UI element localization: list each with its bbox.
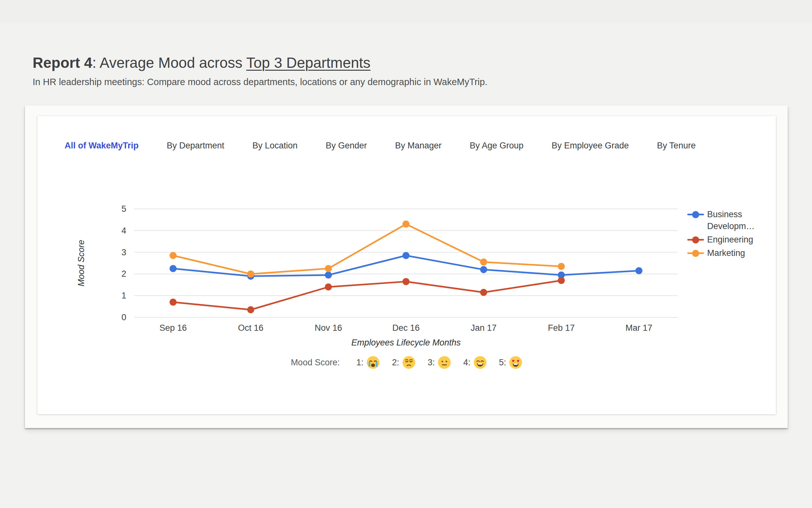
data-point[interactable] bbox=[635, 267, 642, 274]
mood-trend-line-chart[interactable]: 012345Sep 16Oct 16Nov 16Dec 16Jan 17Feb … bbox=[37, 116, 776, 414]
title-highlight: Top 3 Departments bbox=[246, 54, 371, 71]
legend-swatch-orange bbox=[687, 252, 704, 254]
x-tick-label: Oct 16 bbox=[238, 323, 264, 333]
report-number: Report 4 bbox=[33, 54, 92, 71]
data-point[interactable] bbox=[558, 277, 565, 284]
emoji-sobbing-icon bbox=[366, 356, 380, 369]
mood-key-item-3: 3: bbox=[428, 356, 451, 369]
page-subtitle: In HR leadership meetings: Compare mood … bbox=[33, 77, 487, 87]
series-line bbox=[173, 281, 561, 310]
legend-label: Engineering bbox=[707, 234, 753, 246]
legend-item-business-development[interactable]: Business Developm… bbox=[687, 209, 776, 232]
data-point[interactable] bbox=[170, 299, 177, 306]
y-tick-label: 3 bbox=[122, 248, 126, 257]
report-page: Report 4: Average Mood across Top 3 Depa… bbox=[0, 0, 812, 508]
data-point[interactable] bbox=[480, 258, 487, 265]
legend-item-marketing[interactable]: Marketing bbox=[687, 247, 776, 259]
emoji-neutral-icon bbox=[438, 356, 451, 369]
mood-key-item-5: 5: bbox=[499, 356, 523, 369]
data-point[interactable] bbox=[170, 265, 177, 272]
mood-key-label: Mood Score: bbox=[291, 357, 340, 368]
top-band bbox=[0, 0, 812, 24]
data-point[interactable] bbox=[558, 263, 565, 270]
chart-legend: Business Developm… Engineering Marketing bbox=[687, 209, 776, 259]
data-point[interactable] bbox=[325, 265, 332, 272]
legend-swatch-red bbox=[687, 239, 704, 241]
data-point[interactable] bbox=[402, 220, 410, 227]
data-point[interactable] bbox=[480, 266, 487, 273]
y-tick-label: 2 bbox=[122, 269, 126, 279]
report-header: Report 4: Average Mood across Top 3 Depa… bbox=[33, 54, 487, 87]
emoji-pensive-icon bbox=[402, 356, 416, 369]
x-axis-title: Employees Lifecycle Months bbox=[351, 338, 461, 347]
y-tick-label: 0 bbox=[122, 312, 126, 322]
data-point[interactable] bbox=[325, 284, 332, 291]
legend-item-engineering[interactable]: Engineering bbox=[687, 234, 776, 246]
x-tick-label: Mar 17 bbox=[626, 323, 653, 333]
page-title: Report 4: Average Mood across Top 3 Depa… bbox=[33, 54, 487, 72]
emoji-heart-eyes-icon bbox=[509, 356, 522, 369]
x-tick-label: Jan 17 bbox=[471, 323, 496, 333]
x-tick-label: Sep 16 bbox=[159, 323, 187, 333]
y-tick-label: 4 bbox=[122, 226, 126, 236]
data-point[interactable] bbox=[247, 270, 254, 278]
data-point[interactable] bbox=[247, 306, 254, 313]
y-tick-label: 5 bbox=[122, 204, 126, 214]
y-tick-label: 1 bbox=[122, 291, 126, 300]
x-tick-label: Nov 16 bbox=[315, 323, 342, 333]
title-text: : Average Mood across bbox=[92, 54, 246, 71]
series-line bbox=[173, 224, 561, 274]
mood-key-item-4: 4: bbox=[463, 356, 487, 369]
mood-key-item-1: 1: bbox=[356, 356, 380, 369]
data-point[interactable] bbox=[402, 252, 410, 259]
report-card: All of WakeMyTrip By Department By Locat… bbox=[25, 105, 788, 428]
y-axis-title: Mood Score bbox=[77, 240, 86, 287]
data-point[interactable] bbox=[170, 252, 177, 259]
x-tick-label: Dec 16 bbox=[392, 323, 420, 333]
x-tick-label: Feb 17 bbox=[548, 323, 575, 333]
data-point[interactable] bbox=[402, 278, 410, 285]
data-point[interactable] bbox=[325, 271, 332, 279]
chart-panel: All of WakeMyTrip By Department By Locat… bbox=[37, 116, 776, 414]
data-point[interactable] bbox=[480, 289, 487, 296]
emoji-grinning-icon bbox=[473, 356, 487, 369]
legend-label: Marketing bbox=[707, 247, 745, 259]
mood-score-key: Mood Score: 1: 2: bbox=[37, 356, 776, 369]
mood-key-item-2: 2: bbox=[392, 356, 416, 369]
legend-swatch-blue bbox=[687, 214, 704, 215]
legend-label: Business Developm… bbox=[707, 209, 773, 232]
